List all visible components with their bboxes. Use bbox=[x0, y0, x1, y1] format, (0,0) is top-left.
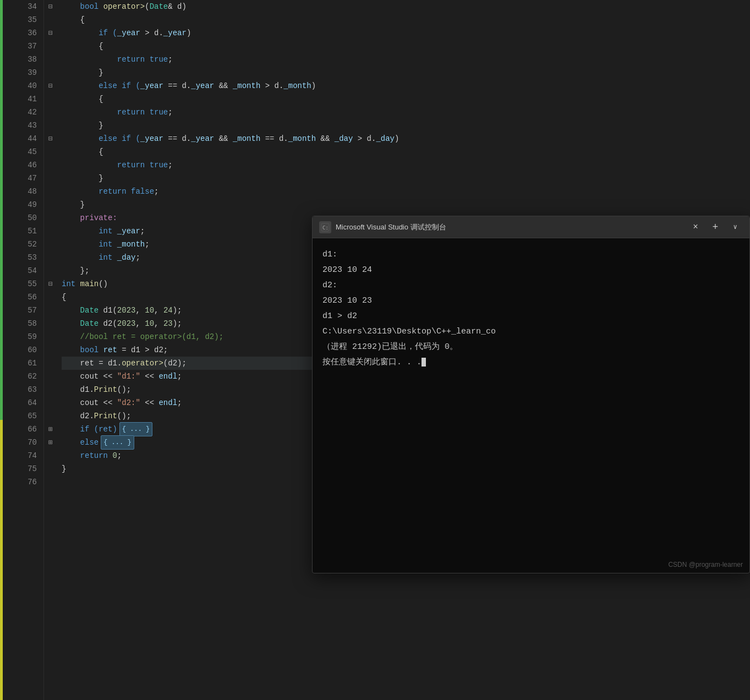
token-member: _day bbox=[117, 251, 136, 264]
token-plain: } bbox=[62, 119, 103, 132]
gutter-cell bbox=[44, 40, 59, 53]
token-num: 2023 bbox=[117, 304, 136, 317]
token-type: Date bbox=[150, 0, 168, 13]
token-plain: ) bbox=[395, 132, 399, 145]
token-member: _day bbox=[335, 132, 353, 145]
token-num: 0 bbox=[112, 449, 117, 462]
code-line: } bbox=[62, 198, 750, 211]
expand-button[interactable]: ⊞ bbox=[46, 425, 55, 434]
token-kw: return bbox=[62, 158, 150, 172]
terminal-titlebar: C: Microsoft Visual Studio 调试控制台 × + ∨ bbox=[313, 216, 749, 238]
token-member: _day bbox=[376, 132, 395, 145]
line-number: 45 bbox=[3, 145, 37, 158]
terminal-line: 2023 10 23 bbox=[322, 293, 740, 309]
token-plain bbox=[62, 304, 80, 317]
token-plain: (); bbox=[117, 383, 131, 396]
token-plain: { bbox=[62, 13, 85, 26]
fold-indicator[interactable]: { ... } bbox=[101, 435, 134, 450]
gutter-cell bbox=[44, 145, 59, 158]
token-plain: ; bbox=[145, 238, 149, 251]
token-plain: > d. bbox=[140, 26, 163, 40]
gutter-cell bbox=[44, 251, 59, 264]
token-plain: ; bbox=[154, 185, 158, 198]
terminal-plus-button[interactable]: + bbox=[708, 220, 723, 235]
token-plain: << bbox=[140, 370, 159, 383]
expand-button[interactable]: ⊞ bbox=[46, 438, 55, 447]
token-plain: ; bbox=[177, 396, 182, 409]
token-plain: , bbox=[154, 317, 163, 330]
gutter-cell bbox=[44, 357, 59, 370]
line-number: 60 bbox=[3, 343, 37, 357]
terminal-line: （进程 21292)已退出，代码为 0。 bbox=[322, 340, 740, 355]
token-plain: == d. bbox=[260, 132, 288, 145]
token-fn: Print bbox=[94, 383, 117, 396]
token-plain: d1. bbox=[62, 383, 94, 396]
collapse-button[interactable]: ⊟ bbox=[46, 81, 55, 90]
gutter-cell bbox=[44, 119, 59, 132]
gutter-cell bbox=[44, 158, 59, 172]
token-plain: ); bbox=[173, 317, 182, 330]
terminal-line: 按任意键关闭此窗口. . . bbox=[322, 355, 740, 370]
token-member: _year bbox=[117, 225, 140, 238]
token-plain: ) bbox=[311, 79, 316, 92]
token-num: 10 bbox=[145, 317, 154, 330]
token-plain: ; bbox=[177, 370, 182, 383]
line-number: 41 bbox=[3, 92, 37, 106]
collapse-button[interactable]: ⊟ bbox=[46, 29, 55, 37]
token-fn: main bbox=[80, 277, 99, 291]
gutter-cell bbox=[44, 185, 59, 198]
token-member: _month bbox=[233, 132, 260, 145]
gutter-cell bbox=[44, 13, 59, 26]
token-str: "d1:" bbox=[117, 370, 140, 383]
collapse-button[interactable]: ⊟ bbox=[46, 280, 55, 288]
fold-indicator[interactable]: { ... } bbox=[119, 422, 152, 436]
token-plain: d2. bbox=[62, 409, 94, 423]
token-member: _month bbox=[117, 238, 145, 251]
token-plain: ret = d1. bbox=[62, 357, 122, 370]
gutter-cell bbox=[44, 383, 59, 396]
token-plain: { bbox=[62, 40, 103, 53]
token-member: _year bbox=[140, 79, 163, 92]
gutter-cell bbox=[44, 238, 59, 251]
terminal-window: C: Microsoft Visual Studio 调试控制台 × + ∨ d… bbox=[312, 216, 750, 573]
gutter-cell bbox=[44, 92, 59, 106]
line-number: 62 bbox=[3, 370, 37, 383]
token-kw: int bbox=[62, 238, 117, 251]
line-number: 43 bbox=[3, 119, 37, 132]
gutter-cell: ⊟ bbox=[44, 132, 59, 145]
line-number: 63 bbox=[3, 383, 37, 396]
terminal-line: d1: bbox=[322, 247, 740, 262]
line-numbers: 3435363738394041424344454647484950515253… bbox=[3, 0, 44, 700]
line-number: 44 bbox=[3, 132, 37, 145]
token-plain: ; bbox=[140, 225, 145, 238]
gutter-cell: ⊟ bbox=[44, 26, 59, 40]
collapse-button[interactable]: ⊟ bbox=[46, 2, 55, 11]
token-plain: > d. bbox=[260, 79, 283, 92]
token-plain: , bbox=[135, 317, 145, 330]
gutter-cell: ⊟ bbox=[44, 79, 59, 92]
line-number: 38 bbox=[3, 53, 37, 66]
token-plain: } bbox=[62, 66, 103, 79]
code-line: { bbox=[62, 145, 750, 158]
code-line: else if (_year == d._year && _month > d.… bbox=[62, 79, 750, 92]
gutter-cell bbox=[44, 225, 59, 238]
line-number: 39 bbox=[3, 66, 37, 79]
line-number: 58 bbox=[3, 317, 37, 330]
token-kw: int bbox=[62, 251, 117, 264]
token-var: endl bbox=[158, 396, 177, 409]
line-number: 50 bbox=[3, 211, 37, 225]
line-number: 76 bbox=[3, 475, 37, 489]
terminal-line: d2: bbox=[322, 278, 740, 293]
collapse-button[interactable]: ⊟ bbox=[46, 134, 55, 143]
token-plain: && bbox=[214, 79, 233, 92]
token-kw: else bbox=[62, 436, 98, 449]
token-plain: { bbox=[62, 291, 66, 304]
token-member: _month bbox=[283, 79, 311, 92]
token-comment: //bool ret = operator>(d1, d2); bbox=[62, 330, 223, 343]
terminal-chevron-button[interactable]: ∨ bbox=[727, 220, 743, 235]
token-kw: true bbox=[150, 53, 168, 66]
terminal-close-button[interactable]: × bbox=[688, 220, 703, 235]
line-number: 49 bbox=[3, 198, 37, 211]
token-plain: d1( bbox=[98, 304, 117, 317]
terminal-line: 2023 10 24 bbox=[322, 262, 740, 278]
